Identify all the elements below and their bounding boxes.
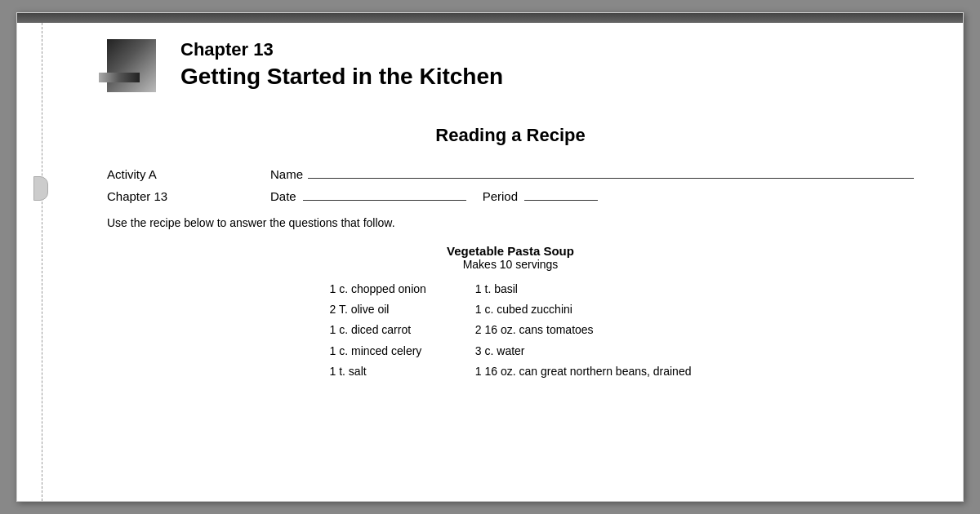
ingredient-item: 1 c. cubed zucchini xyxy=(475,299,692,320)
chapter-name: Getting Started in the Kitchen xyxy=(180,64,503,90)
ingredient-item: 3 c. water xyxy=(475,341,692,361)
ingredients-col-right: 1 t. basil1 c. cubed zucchini2 16 oz. ca… xyxy=(475,279,692,382)
date-label: Date xyxy=(270,189,296,203)
chapter-icon-graphic xyxy=(107,39,156,92)
period-line[interactable] xyxy=(524,186,598,201)
period-section: Period xyxy=(483,186,598,203)
instructions-text: Use the recipe below to answer the quest… xyxy=(107,216,914,229)
ingredient-item: 2 T. olive oil xyxy=(330,299,426,320)
date-line[interactable] xyxy=(303,186,466,201)
period-label: Period xyxy=(483,189,518,203)
ingredients-col-left: 1 c. chopped onion2 T. olive oil1 c. dic… xyxy=(330,279,426,382)
date-period-row: Date Period xyxy=(270,186,598,203)
left-dashes xyxy=(42,23,42,501)
page-container: Chapter 13 Getting Started in the Kitche… xyxy=(16,12,964,502)
recipe-container: Vegetable Pasta Soup Makes 10 servings 1… xyxy=(107,244,914,382)
recipe-ingredients: 1 c. chopped onion2 T. olive oil1 c. dic… xyxy=(107,279,914,382)
chapter-number: Chapter 13 xyxy=(180,39,503,60)
binder-tab xyxy=(33,176,48,201)
chapter-icon xyxy=(107,39,164,104)
activity-row-1: Activity A Name xyxy=(107,164,914,181)
recipe-servings: Makes 10 servings xyxy=(463,258,559,271)
date-section: Date xyxy=(270,186,466,203)
name-label: Name xyxy=(270,167,303,181)
chapter-header: Chapter 13 Getting Started in the Kitche… xyxy=(107,39,914,104)
ingredient-item: 1 t. salt xyxy=(330,361,426,382)
page-content: Chapter 13 Getting Started in the Kitche… xyxy=(58,23,938,501)
top-bar xyxy=(17,13,963,23)
activity-label: Activity A xyxy=(107,167,270,181)
ingredient-item: 1 16 oz. can great northern beans, drain… xyxy=(475,361,692,382)
ingredient-item: 1 c. chopped onion xyxy=(330,279,426,299)
ingredient-item: 1 t. basil xyxy=(475,279,692,299)
ingredient-item: 2 16 oz. cans tomatoes xyxy=(475,320,692,340)
section-title: Reading a Recipe xyxy=(107,125,914,146)
activity-chapter-label: Chapter 13 xyxy=(107,189,270,203)
activity-row-2: Chapter 13 Date Period xyxy=(107,186,914,203)
name-line[interactable] xyxy=(308,164,914,179)
name-field-row: Name xyxy=(270,164,914,181)
ingredient-item: 1 c. minced celery xyxy=(330,341,426,361)
ingredient-item: 1 c. diced carrot xyxy=(330,320,426,340)
chapter-icon-bar xyxy=(99,73,140,82)
recipe-title: Vegetable Pasta Soup xyxy=(447,244,574,258)
chapter-title-block: Chapter 13 Getting Started in the Kitche… xyxy=(180,39,503,90)
